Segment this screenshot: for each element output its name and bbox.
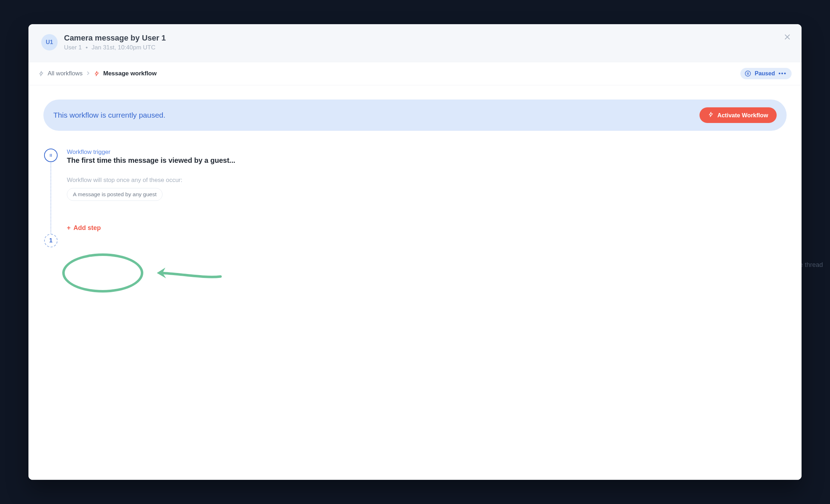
workflow-modal: U1 Camera message by User 1 User 1 • Jan… <box>28 24 802 480</box>
workflow-timeline: 1 Workflow trigger The first time this m… <box>43 149 787 232</box>
status-pill[interactable]: Paused ••• <box>740 68 792 79</box>
stop-conditions: Workflow will stop once any of these occ… <box>67 177 787 201</box>
stop-label: Workflow will stop once any of these occ… <box>67 177 787 184</box>
svg-point-0 <box>745 71 751 76</box>
breadcrumb-current: Message workflow <box>103 70 156 77</box>
status-label: Paused <box>755 70 775 77</box>
stop-condition-chip[interactable]: A message is posted by any guest <box>67 188 163 201</box>
breadcrumb-all-workflows[interactable]: All workflows <box>48 70 83 77</box>
breadcrumb-bar: All workflows Message workflow Paused ••… <box>28 62 802 85</box>
pause-icon <box>745 70 751 77</box>
avatar: U1 <box>41 34 58 50</box>
plus-icon: + <box>67 224 71 232</box>
pause-icon <box>48 153 53 158</box>
timestamp: Jan 31st, 10:40pm UTC <box>92 44 156 51</box>
trigger-marker <box>44 149 58 162</box>
trigger-description: The first time this message is viewed by… <box>67 156 787 165</box>
paused-banner: This workflow is currently paused. Activ… <box>43 100 787 131</box>
modal-title: Camera message by User 1 <box>64 33 166 43</box>
more-icon[interactable]: ••• <box>778 70 787 77</box>
author-name: User 1 <box>64 44 82 51</box>
timeline-connector <box>50 159 51 245</box>
bolt-icon <box>94 71 100 76</box>
activate-workflow-button[interactable]: Activate Workflow <box>699 107 777 123</box>
trigger-label: Workflow trigger <box>67 149 787 156</box>
step-marker: 1 <box>44 234 58 247</box>
trigger-block[interactable]: Workflow trigger The first time this mes… <box>67 149 787 165</box>
bolt-icon <box>38 71 44 76</box>
add-step-button[interactable]: + Add step <box>67 224 101 232</box>
background-text: e thread <box>799 261 823 269</box>
activate-button-label: Activate Workflow <box>717 112 768 119</box>
chevron-right-icon <box>86 70 90 77</box>
close-icon <box>784 34 790 40</box>
bolt-icon <box>708 112 714 119</box>
close-button[interactable] <box>782 32 792 42</box>
separator-dot: • <box>86 44 88 51</box>
add-step-label: Add step <box>74 224 101 232</box>
breadcrumb: All workflows Message workflow <box>38 70 736 77</box>
modal-header: U1 Camera message by User 1 User 1 • Jan… <box>28 24 802 62</box>
banner-text: This workflow is currently paused. <box>53 111 165 119</box>
modal-subtitle: User 1 • Jan 31st, 10:40pm UTC <box>64 44 166 51</box>
modal-body: This workflow is currently paused. Activ… <box>28 85 802 480</box>
header-text: Camera message by User 1 User 1 • Jan 31… <box>64 33 166 51</box>
